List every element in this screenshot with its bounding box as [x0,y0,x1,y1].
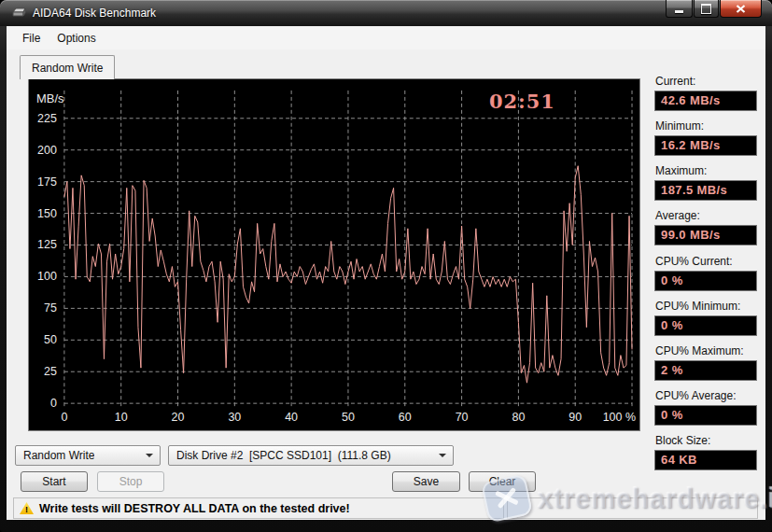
close-button[interactable] [720,0,762,18]
svg-text:25: 25 [44,365,57,378]
svg-text:50: 50 [342,411,355,424]
menu-bar: File Options [7,26,765,49]
chart-svg: 0255075100125150175200225MB/s01020304050… [29,79,639,430]
svg-text:10: 10 [115,411,128,424]
drive-select[interactable]: Disk Drive #2 [SPCC SSD101] (111.8 GB) [168,445,454,466]
stat-block-size-value: 64 KB [654,450,757,470]
minimize-button[interactable] [666,0,693,18]
chevron-down-icon [146,454,153,461]
title-bar: AIDA64 Disk Benchmark [0,0,772,26]
svg-text:40: 40 [285,411,298,424]
stat-block-size: Block Size: 64 KB [654,434,761,470]
app-window: AIDA64 Disk Benchmark File Options Rando… [0,0,772,532]
menu-options[interactable]: Options [49,29,104,48]
stat-maximum-value: 187.5 MB/s [654,180,757,201]
stat-current: Current: 42.6 MB/s [654,75,761,111]
svg-text:80: 80 [512,411,525,424]
stat-cpu-average: CPU% Average: 0 % [654,389,761,426]
svg-text:125: 125 [37,238,57,251]
menu-file[interactable]: File [14,29,49,48]
stat-cpu-average-value: 0 % [654,405,757,426]
disk-drive-icon[interactable] [11,7,27,20]
stat-cpu-minimum-value: 0 % [654,315,757,336]
warning-text: Write tests will DESTROY ALL DATA on the… [39,502,350,515]
svg-text:0: 0 [50,397,57,410]
window-title: AIDA64 Disk Benchmark [33,7,156,20]
stat-cpu-maximum-value: 2 % [654,360,757,381]
status-bar-warning-pane: Write tests will DESTROY ALL DATA on the… [13,497,504,519]
stat-cpu-minimum: CPU% Minimum: 0 % [654,300,761,336]
svg-text:90: 90 [568,411,582,424]
close-icon [736,5,746,13]
maximize-icon [701,4,711,14]
stats-panel: Current: 42.6 MB/s Minimum: 16.2 MB/s Ma… [654,75,761,479]
svg-text:100: 100 [37,270,57,283]
svg-text:225: 225 [37,112,57,125]
test-type-select[interactable]: Random Write [15,445,161,466]
chevron-down-icon [439,454,446,461]
start-button[interactable]: Start [21,471,88,492]
stat-minimum: Minimum: 16.2 MB/s [654,119,761,156]
stop-button[interactable]: Stop [97,471,164,492]
svg-text:50: 50 [44,333,57,346]
maximize-button[interactable] [694,0,719,18]
stat-maximum: Maximum: 187.5 MB/s [654,164,761,201]
svg-text:70: 70 [456,411,469,424]
svg-text:150: 150 [37,207,57,220]
benchmark-chart: 0255075100125150175200225MB/s01020304050… [28,78,640,431]
stat-current-value: 42.6 MB/s [654,91,757,111]
svg-text:20: 20 [172,411,185,424]
stat-cpu-maximum: CPU% Maximum: 2 % [654,344,761,381]
stat-cpu-current-value: 0 % [654,271,757,291]
stat-minimum-value: 16.2 MB/s [654,135,757,156]
minimize-icon [675,10,683,13]
svg-text:02:51: 02:51 [489,90,555,113]
stat-average-value: 99.0 MB/s [654,225,757,245]
svg-text:75: 75 [44,301,57,315]
svg-text:0: 0 [61,411,67,424]
status-bar-empty-pane [507,497,758,519]
svg-text:175: 175 [37,175,57,189]
stat-cpu-current: CPU% Current: 0 % [654,255,761,291]
stat-average: Average: 99.0 MB/s [654,209,761,245]
tab-random-write[interactable]: Random Write [20,55,115,79]
svg-text:100 %: 100 % [603,411,636,424]
svg-text:200: 200 [37,144,57,157]
warning-icon [20,502,34,514]
client-area: File Options Random Write 02550751001251… [7,26,765,520]
save-button[interactable]: Save [392,471,460,492]
window-controls [666,0,762,18]
svg-text:30: 30 [228,411,241,424]
svg-text:60: 60 [399,411,412,424]
svg-text:MB/s: MB/s [36,91,64,105]
clear-button[interactable]: Clear [469,471,536,492]
